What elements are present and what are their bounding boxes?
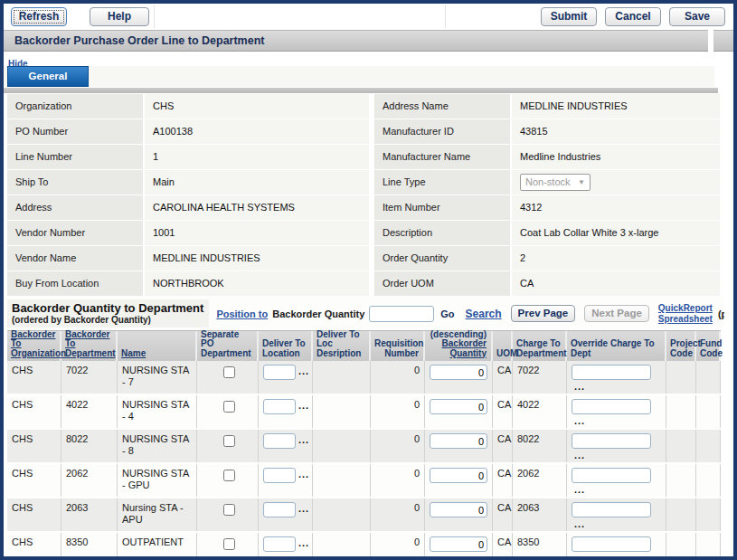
ellipsis-button-override[interactable]: ... bbox=[574, 449, 585, 462]
input-backorder_qty[interactable] bbox=[430, 536, 487, 552]
input-backorder_qty[interactable] bbox=[430, 365, 487, 380]
field-label: Ship To bbox=[7, 170, 143, 195]
column-header-req_num: Requisition Number bbox=[371, 331, 425, 361]
app-window: Refresh Help Submit Cancel Save Backorde… bbox=[0, 0, 737, 560]
tab-bar: General bbox=[4, 66, 714, 87]
input-backorder_qty[interactable] bbox=[430, 502, 487, 517]
spreadsheet-link[interactable]: Spreadsheet bbox=[658, 314, 713, 325]
search-link[interactable]: Search bbox=[466, 308, 502, 320]
cancel-button[interactable]: Cancel bbox=[605, 7, 661, 26]
cell-dept: 2063 bbox=[61, 498, 118, 531]
cell-sep_po bbox=[197, 498, 259, 531]
cell-override: ... bbox=[567, 430, 666, 462]
backorder-section-header: Backorder Quantity to Department (ordere… bbox=[4, 297, 724, 330]
line-type-select[interactable]: Non-stock▼ bbox=[520, 174, 591, 191]
input-backorder_qty[interactable] bbox=[430, 468, 487, 483]
save-button[interactable]: Save bbox=[669, 7, 725, 26]
line-type-selected-value: Non-stock bbox=[525, 170, 571, 195]
cell-fund bbox=[696, 498, 721, 531]
input-deliver_loc[interactable] bbox=[263, 433, 296, 449]
prev-page-button[interactable]: Prev Page bbox=[511, 305, 576, 322]
input-override[interactable] bbox=[572, 433, 651, 449]
column-sort-link-name[interactable]: Name bbox=[121, 349, 193, 359]
table-body: CHS7022NURSING STA - 7...0CA7022...CHS40… bbox=[7, 361, 721, 560]
tab-separator bbox=[4, 88, 718, 93]
cell-org: CHS bbox=[7, 498, 61, 531]
input-deliver_loc[interactable] bbox=[263, 399, 296, 414]
checkbox-separate-po[interactable] bbox=[223, 435, 235, 447]
cell-sep_po bbox=[197, 464, 259, 497]
form-row: OrganizationCHS bbox=[7, 94, 369, 119]
cell-override: ... bbox=[567, 361, 666, 394]
input-deliver_loc[interactable] bbox=[263, 502, 296, 517]
input-override[interactable] bbox=[572, 365, 651, 380]
ellipsis-button-override[interactable]: ... bbox=[574, 552, 585, 560]
input-backorder_qty[interactable] bbox=[430, 399, 487, 414]
cell-project bbox=[666, 498, 696, 531]
ellipsis-button-deliver_loc[interactable]: ... bbox=[298, 365, 309, 378]
cell-req_num: 0 bbox=[371, 430, 425, 462]
ellipsis-button-deliver_loc[interactable]: ... bbox=[298, 502, 309, 516]
input-deliver_loc[interactable] bbox=[263, 365, 296, 380]
table-row: CHS2062NURSING STA - GPU...0CA2062... bbox=[7, 464, 721, 498]
table-row: CHS7022NURSING STA - 7...0CA7022... bbox=[7, 361, 721, 395]
input-override[interactable] bbox=[572, 399, 651, 414]
cell-charge_dept: 8022 bbox=[513, 430, 567, 462]
title-bar-nub bbox=[713, 30, 733, 52]
cell-fund bbox=[696, 464, 721, 497]
ellipsis-button-override[interactable]: ... bbox=[574, 483, 585, 497]
next-page-button[interactable]: Next Page bbox=[584, 305, 649, 322]
column-sort-link-dept[interactable]: Backorder To Department bbox=[65, 330, 113, 359]
section-title-block: Backorder Quantity to Department (ordere… bbox=[7, 299, 209, 327]
help-button[interactable]: Help bbox=[90, 7, 149, 26]
cell-org: CHS bbox=[7, 430, 61, 462]
cell-dept: 7022 bbox=[61, 361, 118, 394]
ellipsis-button-override[interactable]: ... bbox=[574, 414, 585, 428]
refresh-button[interactable]: Refresh bbox=[11, 7, 67, 26]
field-value: A100138 bbox=[145, 119, 369, 144]
table-row: CHS8022NURSING STA - 8...0CA8022... bbox=[7, 430, 721, 464]
input-backorder_qty[interactable] bbox=[430, 433, 487, 449]
page-title: Backorder Purchase Order Line to Departm… bbox=[4, 30, 708, 52]
checkbox-separate-po[interactable] bbox=[223, 504, 235, 516]
input-override[interactable] bbox=[572, 536, 651, 552]
checkbox-separate-po[interactable] bbox=[223, 401, 235, 413]
input-override[interactable] bbox=[572, 502, 651, 517]
ellipsis-button-deliver_loc[interactable]: ... bbox=[298, 399, 309, 413]
ellipsis-button-override[interactable]: ... bbox=[574, 517, 585, 531]
position-to-link[interactable]: Position to bbox=[216, 308, 268, 319]
cell-deliver_desc bbox=[313, 533, 371, 560]
toolbar-divider bbox=[445, 5, 446, 28]
ellipsis-button-deliver_loc[interactable]: ... bbox=[298, 536, 309, 550]
column-sort-link-backorder_qty[interactable]: Backorder Quantity bbox=[429, 339, 487, 358]
column-sort-link-org[interactable]: Backorder To Organization bbox=[11, 330, 57, 359]
position-to-input[interactable] bbox=[369, 306, 434, 322]
ellipsis-button-override[interactable]: ... bbox=[574, 380, 585, 394]
cell-uom: CA bbox=[493, 533, 513, 560]
field-label: Line Number bbox=[7, 145, 143, 169]
input-deliver_loc[interactable] bbox=[263, 468, 296, 483]
checkbox-separate-po[interactable] bbox=[223, 538, 235, 550]
cell-uom: CA bbox=[493, 464, 513, 497]
tab-general[interactable]: General bbox=[7, 66, 89, 87]
ellipsis-button-deliver_loc[interactable]: ... bbox=[298, 468, 309, 481]
ellipsis-button-deliver_loc[interactable]: ... bbox=[298, 433, 309, 447]
input-override[interactable] bbox=[572, 468, 651, 483]
quick-report-link[interactable]: QuickReport bbox=[658, 303, 713, 314]
cell-org: CHS bbox=[7, 395, 61, 428]
cell-backorder_qty bbox=[425, 533, 493, 560]
checkbox-separate-po[interactable] bbox=[223, 470, 235, 481]
column-label: Charge To Department bbox=[516, 339, 562, 358]
cell-uom: CA bbox=[493, 361, 513, 394]
cell-req_num: 0 bbox=[371, 533, 425, 560]
field-label: Item Number bbox=[374, 195, 510, 220]
checkbox-separate-po[interactable] bbox=[223, 366, 235, 378]
go-button[interactable]: Go bbox=[440, 308, 454, 319]
cell-fund bbox=[696, 533, 721, 560]
cell-backorder_qty bbox=[425, 430, 493, 462]
submit-button[interactable]: Submit bbox=[541, 7, 597, 26]
cell-charge_dept: 4022 bbox=[513, 395, 567, 428]
cell-req_num: 0 bbox=[371, 498, 425, 531]
cell-backorder_qty bbox=[425, 361, 493, 394]
input-deliver_loc[interactable] bbox=[263, 536, 296, 552]
